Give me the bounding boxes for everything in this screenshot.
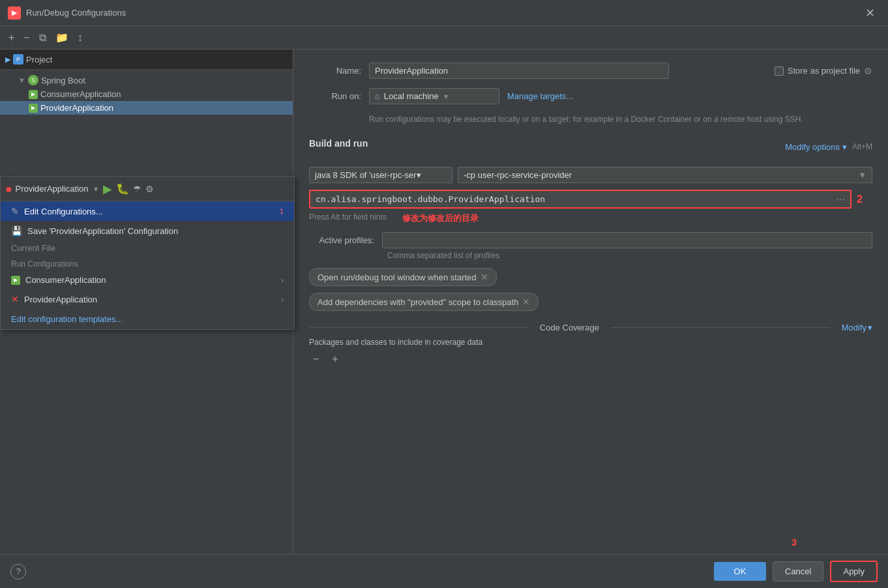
active-profiles-row: Active profiles: <box>309 232 872 248</box>
modify-options-button[interactable]: Modify options ▾ Alt+M <box>785 142 872 152</box>
modify-chevron: ▾ <box>868 323 872 332</box>
name-row: Name: Store as project file ⚙ <box>309 63 872 79</box>
dropdown-arrow[interactable]: ▼ <box>92 185 99 193</box>
consumer-application-item[interactable]: ▶ ConsumerApplication <box>0 87 293 101</box>
cp-select[interactable]: -cp user-rpc-service-provider ▼ <box>458 167 872 183</box>
press-alt-row: Press Alt for field hints 修改为修改后的目录 <box>309 213 872 224</box>
ok-button[interactable]: OK <box>714 562 766 581</box>
main-content: ▶ P Project ▼ S Spring Boot ▶ ConsumerAp… <box>0 50 888 554</box>
provider-arrow-icon: › <box>281 295 284 304</box>
build-run-header: Build and run Modify options ▾ Alt+M <box>309 136 872 158</box>
active-profiles-input[interactable] <box>382 232 872 248</box>
run-on-chevron: ▼ <box>443 93 450 100</box>
name-label: Name: <box>309 66 361 76</box>
run-configurations-label: Run Configurations <box>11 259 78 269</box>
springboot-chevron: ▼ <box>18 76 25 84</box>
cp-chevron: ▼ <box>858 170 866 180</box>
main-class-input[interactable] <box>310 191 831 207</box>
consumer-run-item[interactable]: ▶ ConsumerApplication › <box>1 271 293 289</box>
project-row: ▶ P Project <box>0 52 293 66</box>
pill1-label: Open run/debug tool window when started <box>318 272 477 282</box>
edit-configurations-item[interactable]: ✎ Edit Configurations... 1 <box>1 201 293 221</box>
sort-button[interactable]: ↕ <box>74 30 86 46</box>
packages-label: Packages and classes to include in cover… <box>309 338 872 347</box>
spring-boot-item[interactable]: ▼ S Spring Boot <box>0 73 293 87</box>
run-on-row: Run on: ⌂ Local machine ▼ Manage targets… <box>309 88 872 104</box>
provider-application-item[interactable]: ▶ ProviderApplication <box>0 101 293 115</box>
sdk-select[interactable]: java 8 SDK of 'user-rpc-ser▾ <box>309 167 452 183</box>
edit-configurations-label: Edit Configurations... <box>24 207 103 216</box>
cancel-button[interactable]: Cancel <box>773 561 823 581</box>
spring-boot-section: ▼ S Spring Boot ▶ ConsumerApplication ▶ … <box>0 70 293 117</box>
pill1-remove[interactable]: ✕ <box>481 272 488 282</box>
home-icon: ⌂ <box>375 91 380 101</box>
main-class-wrapper: ⋯ <box>309 190 851 209</box>
coverage-minus-btn[interactable]: − <box>309 352 323 366</box>
copy-config-button[interactable]: ⧉ <box>36 30 50 46</box>
help-button[interactable]: ? <box>10 564 26 580</box>
store-checkbox[interactable] <box>775 66 784 76</box>
save-icon: 💾 <box>11 226 22 236</box>
more-button[interactable]: ⚙ <box>145 184 154 194</box>
stop-icon: ■ <box>6 184 11 194</box>
toolbar: + − ⧉ 📁 ↕ <box>0 26 888 50</box>
run-debug-configurations-dialog: ▶ Run/Debug Configurations ✕ + − ⧉ 📁 ↕ ▶… <box>0 0 888 588</box>
current-file-divider: Current File <box>1 241 293 256</box>
chevron-down-icon: ▾ <box>842 142 847 152</box>
local-machine-label: Local machine <box>384 91 439 101</box>
run-on-select[interactable]: ⌂ Local machine ▼ <box>369 88 499 104</box>
edit-templates-label: Edit configuration templates... <box>11 314 123 324</box>
current-file-label: Current File <box>11 243 55 253</box>
pill2-label: Add dependencies with "provided" scope t… <box>318 297 518 307</box>
annotation-2: 2 <box>857 194 872 205</box>
browse-icon[interactable]: ⋯ <box>831 192 850 207</box>
close-button[interactable]: ✕ <box>860 3 880 23</box>
run-button[interactable]: ▶ <box>103 182 112 196</box>
manage-targets-link[interactable]: Manage targets... <box>507 91 573 101</box>
project-icon: P <box>13 54 23 65</box>
consumer-application-label: ConsumerApplication <box>40 89 121 99</box>
provider-label: ProviderApplication <box>24 295 97 304</box>
build-and-run-title: Build and run <box>309 138 368 149</box>
add-dependencies-pill: Add dependencies with "provided" scope t… <box>309 293 539 311</box>
edit-icon: ✎ <box>11 206 19 216</box>
apply-button[interactable]: Apply <box>830 561 878 582</box>
project-label: Project <box>26 55 52 65</box>
modify-label: Modify <box>842 323 866 332</box>
provider-run-item[interactable]: ✕ ProviderApplication › <box>1 289 293 309</box>
save-config-item[interactable]: 💾 Save 'ProviderApplication' Configurati… <box>1 221 293 241</box>
expand-chevron[interactable]: ▶ <box>5 55 10 64</box>
spring-boot-label: Spring Boot <box>41 76 85 85</box>
active-profiles-label: Active profiles: <box>309 235 374 245</box>
cp-label: -cp user-rpc-service-provider <box>464 170 572 180</box>
folder-button[interactable]: 📁 <box>52 29 72 46</box>
tag-pills-container: Open run/debug tool window when started … <box>309 268 872 317</box>
sdk-row: java 8 SDK of 'user-rpc-ser▾ -cp user-rp… <box>309 167 872 183</box>
open-tool-window-pill: Open run/debug tool window when started … <box>309 268 497 286</box>
alt-shortcut: Alt+M <box>852 142 872 151</box>
provider-app-icon: ▶ <box>29 104 38 113</box>
edit-templates-link[interactable]: Edit configuration templates... <box>1 309 293 329</box>
run-on-label: Run on: <box>309 91 361 101</box>
run-configurations-header: Run Configurations <box>1 256 293 271</box>
name-input[interactable] <box>369 63 669 79</box>
press-alt-hint: Press Alt for field hints <box>309 213 387 222</box>
coverage-plus-btn[interactable]: + <box>328 352 342 366</box>
remove-config-button[interactable]: − <box>20 30 33 46</box>
provider-stop-icon: ✕ <box>11 294 19 304</box>
hint-text-content: Run configurations may be executed local… <box>369 115 803 124</box>
gear-icon[interactable]: ⚙ <box>864 66 872 76</box>
current-config-name: ProviderApplication <box>15 184 88 194</box>
title-bar: ▶ Run/Debug Configurations ✕ <box>0 0 888 26</box>
project-tree: ▶ P Project <box>0 50 293 70</box>
hint-text: Run configurations may be executed local… <box>369 113 872 125</box>
coverage-modify-link[interactable]: Modify ▾ <box>842 323 872 332</box>
pill2-remove[interactable]: ✕ <box>522 297 530 307</box>
save-config-label: Save 'ProviderApplication' Configuration <box>27 226 178 236</box>
add-config-button[interactable]: + <box>5 30 18 46</box>
bottom-bar: ? OK Cancel Apply <box>0 554 888 588</box>
debug-button[interactable]: 🐛 <box>116 183 129 195</box>
coverage-button[interactable]: ☂ <box>133 184 141 194</box>
dialog-title: Run/Debug Configurations <box>26 8 860 18</box>
edit-badge: 1 <box>280 207 284 215</box>
